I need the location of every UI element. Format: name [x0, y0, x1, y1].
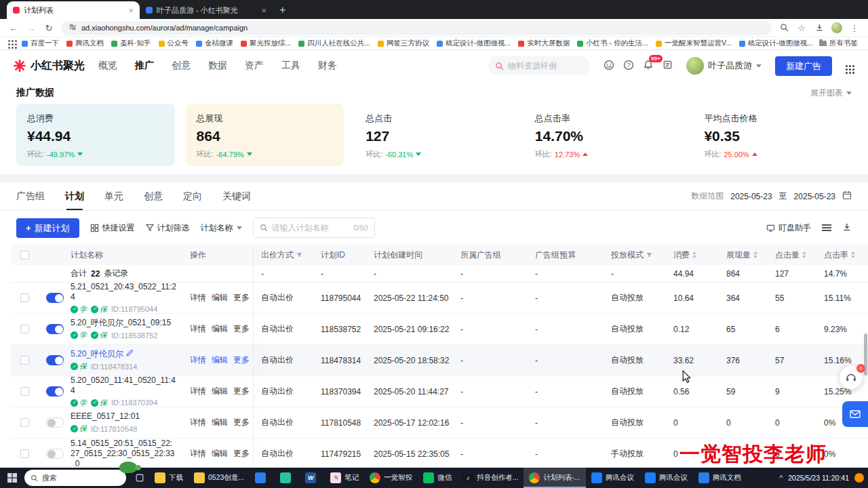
- action-more[interactable]: 更多: [233, 448, 250, 460]
- sort-icon[interactable]: [753, 251, 757, 258]
- stat-card-total-cost[interactable]: 总消费 ¥44.94 环比:-49.97%: [16, 104, 175, 166]
- bookmark[interactable]: 实时大屏数据: [515, 39, 573, 48]
- plan-name[interactable]: 5.20_呼伦贝尔_0521_09:15: [71, 318, 171, 328]
- taskbar-app[interactable]: ♪ 抖音创作者...: [457, 468, 524, 488]
- entity-tab[interactable]: 关键词: [222, 182, 251, 210]
- row-checkbox[interactable]: [20, 293, 29, 302]
- plan-toggle[interactable]: [46, 355, 64, 365]
- calendar-icon[interactable]: [842, 190, 852, 202]
- emoji-icon[interactable]: [604, 60, 614, 73]
- action-detail[interactable]: 详情: [190, 448, 206, 460]
- date-from[interactable]: 2025-05-23: [730, 192, 772, 201]
- bookmark[interactable]: 稿定设计-做图做视...: [736, 39, 813, 48]
- tray-expand-icon[interactable]: ^: [780, 474, 783, 482]
- edit-name-icon[interactable]: [126, 349, 134, 359]
- profile-avatar[interactable]: [831, 22, 842, 33]
- entity-tab[interactable]: 创意: [144, 182, 163, 210]
- nav-item[interactable]: 创意: [172, 60, 191, 72]
- bookmark[interactable]: 小红书 - 你的生活...: [574, 39, 652, 48]
- entity-tab[interactable]: 计划: [65, 182, 84, 210]
- site-settings-icon[interactable]: [68, 23, 77, 33]
- action-more[interactable]: 更多: [233, 292, 250, 304]
- plan-name[interactable]: EEEE_0517_12:01: [71, 411, 140, 422]
- taskbar-app[interactable]: 腾讯会议: [586, 468, 639, 488]
- material-search-box[interactable]: [488, 56, 590, 75]
- expand-chart-link[interactable]: 展开图表: [810, 87, 852, 99]
- select-all-checkbox[interactable]: [20, 251, 29, 260]
- back-icon[interactable]: ←: [8, 24, 19, 33]
- action-edit[interactable]: 编辑: [212, 386, 228, 397]
- monitor-assistant-button[interactable]: 盯盘助手: [766, 222, 811, 234]
- notification-center-badge[interactable]: [854, 473, 864, 483]
- plan-search-input[interactable]: [272, 223, 350, 232]
- filter-icon[interactable]: [646, 252, 652, 258]
- date-to[interactable]: 2025-05-23: [794, 192, 835, 201]
- start-button[interactable]: [0, 468, 24, 488]
- entity-tab[interactable]: 单元: [104, 182, 123, 210]
- sort-icon[interactable]: [692, 251, 696, 258]
- row-checkbox[interactable]: [20, 325, 29, 333]
- column-settings-icon[interactable]: [822, 224, 831, 231]
- clock[interactable]: 2025/5/23 11:20:41: [788, 474, 849, 482]
- plan-search-box[interactable]: 0/50: [253, 218, 375, 238]
- app-grid-icon[interactable]: [846, 65, 848, 67]
- customer-service-button[interactable]: 0: [840, 366, 863, 389]
- action-more[interactable]: 更多: [233, 417, 250, 428]
- taskbar-app[interactable]: ✎ 笔记: [325, 468, 364, 488]
- filter-icon[interactable]: [296, 252, 302, 258]
- taskbar-app[interactable]: 0523创意...: [189, 468, 250, 488]
- plan-name[interactable]: 5.20_呼伦贝尔: [71, 349, 137, 359]
- row-checkbox[interactable]: [20, 387, 29, 396]
- taskbar-app[interactable]: 腾讯文档: [693, 468, 747, 488]
- user-menu[interactable]: 叶子品质游: [686, 57, 762, 75]
- search-lens-icon[interactable]: [778, 23, 789, 33]
- stat-card-ctr[interactable]: 总点击率 14.70% 环比:12.73%: [524, 104, 683, 166]
- action-edit[interactable]: 编辑: [212, 354, 228, 366]
- plan-toggle[interactable]: [46, 293, 64, 303]
- action-edit[interactable]: 编辑: [212, 417, 228, 428]
- row-checkbox[interactable]: [20, 418, 29, 427]
- browser-menu-icon[interactable]: ⋮: [849, 24, 860, 33]
- stat-card-clicks[interactable]: 总点击 127 环比:-60.31%: [355, 104, 513, 166]
- sort-icon[interactable]: [851, 251, 855, 258]
- bookmark[interactable]: 四川人社在线公共...: [295, 39, 374, 48]
- action-detail[interactable]: 详情: [190, 292, 206, 304]
- action-more[interactable]: 更多: [233, 354, 250, 366]
- stat-card-impressions[interactable]: 总展现 864 环比:-64.79%: [186, 104, 344, 166]
- new-tab-button[interactable]: +: [279, 4, 285, 16]
- nav-item[interactable]: 数据: [208, 60, 227, 72]
- action-detail[interactable]: 详情: [190, 417, 206, 428]
- action-detail[interactable]: 详情: [190, 354, 206, 366]
- bookmark[interactable]: 金桔微课: [193, 39, 237, 48]
- bookmark[interactable]: 一觉醒来智慧运营V...: [652, 39, 735, 48]
- plan-toggle[interactable]: [46, 449, 64, 459]
- taskbar-app[interactable]: W: [300, 468, 325, 488]
- taskbar-app[interactable]: 下载: [149, 468, 189, 488]
- bookmark[interactable]: 稿定设计-做图做视...: [433, 39, 514, 48]
- nav-item[interactable]: 推广: [135, 60, 154, 72]
- entity-tab[interactable]: 广告组: [16, 182, 45, 210]
- entity-tab[interactable]: 定向: [183, 182, 202, 210]
- help-icon[interactable]: ?: [623, 60, 634, 73]
- browser-tab-2[interactable]: 叶子品质游 - 小红书聚光 ×: [140, 1, 273, 19]
- row-checkbox[interactable]: [20, 449, 29, 458]
- bookmark[interactable]: 百度一下: [18, 39, 62, 48]
- address-bar[interactable]: ad.xiaohongshu.com/aurora/ad/manage/camp…: [61, 21, 772, 35]
- action-detail[interactable]: 详情: [190, 323, 206, 335]
- nav-item[interactable]: 财务: [318, 60, 337, 72]
- plan-name[interactable]: 5.21_0521_20:43_0522_11:24: [71, 282, 176, 302]
- taskbar-app[interactable]: 一觉智投: [364, 468, 418, 488]
- sort-icon[interactable]: [802, 251, 806, 258]
- search-field-select[interactable]: 计划名称: [201, 222, 242, 234]
- taskbar-app[interactable]: 腾讯会议: [639, 468, 693, 488]
- apps-grid-icon[interactable]: [8, 40, 10, 42]
- bookmark[interactable]: 公众号: [155, 39, 193, 48]
- plan-toggle[interactable]: [46, 386, 64, 396]
- action-edit[interactable]: 编辑: [212, 323, 228, 335]
- plan-toggle[interactable]: [46, 324, 64, 334]
- tab-close-icon[interactable]: ×: [261, 6, 267, 15]
- refresh-icon[interactable]: ↻: [43, 24, 54, 33]
- taskbar-app[interactable]: [250, 468, 275, 488]
- bookmark[interactable]: 圣科·知乎: [108, 39, 155, 48]
- tab-close-icon[interactable]: ×: [128, 6, 134, 15]
